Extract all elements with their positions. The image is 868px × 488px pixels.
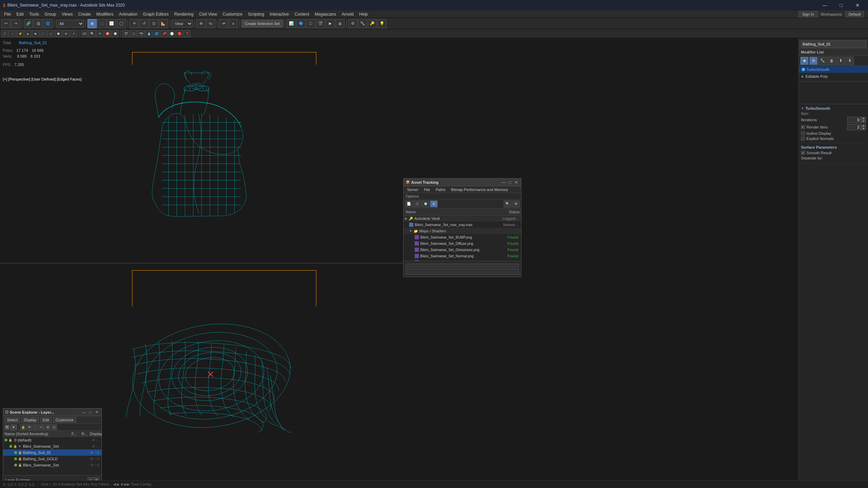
snap-2d[interactable]: 2D — [81, 30, 88, 37]
menu-group[interactable]: Group — [42, 11, 59, 17]
tb2-btn5[interactable]: ■ — [32, 30, 39, 37]
at-maximize-btn[interactable]: □ — [507, 180, 513, 185]
se-icon-sort-asc[interactable]: ↑ — [33, 424, 38, 430]
render-frame-button[interactable]: 🖥 — [335, 19, 344, 28]
at-menu-bitmap-perf[interactable]: Bitmap Performance and Memory — [449, 187, 510, 192]
material-editor-button[interactable]: ⬡ — [306, 19, 315, 28]
object-name-input[interactable] — [801, 41, 866, 48]
at-menu-paths[interactable]: Paths — [433, 187, 447, 192]
undo-button[interactable]: ↩ — [1, 19, 10, 28]
scale-button[interactable]: ⊡ — [149, 19, 158, 28]
settings-btn1[interactable]: ⚙ — [348, 19, 357, 28]
tb2-btn16[interactable]: 🎥 — [130, 30, 137, 37]
at-menu-server[interactable]: Server — [405, 187, 420, 192]
menu-rendering[interactable]: Rendering — [171, 11, 196, 17]
bind-space-warp-button[interactable]: 🌀 — [43, 19, 52, 28]
select-all-button[interactable]: ⊕ — [196, 19, 205, 28]
iter-up[interactable]: ▲ — [861, 117, 866, 120]
close-button[interactable]: ✕ — [850, 0, 865, 10]
rotate-button[interactable]: ↺ — [139, 19, 148, 28]
render-iter-down[interactable]: ▼ — [861, 127, 866, 130]
modifier-btn3[interactable]: 🔧 — [818, 57, 827, 65]
settings-btn3[interactable]: 🔑 — [368, 19, 377, 28]
iter-down[interactable]: ▼ — [861, 120, 866, 123]
modifier-editable-poly[interactable]: ▶ Editable Poly — [799, 73, 868, 80]
select-region3-button[interactable]: ◯ — [117, 19, 126, 28]
percent-button[interactable]: % — [206, 19, 215, 28]
placement-button[interactable]: 📐 — [159, 19, 168, 28]
se-minimize-btn[interactable]: — — [81, 410, 87, 415]
se-icon-eye[interactable]: 👁 — [26, 424, 32, 430]
group-row-1[interactable]: 🔒 ▼ Bikni_Swimwear_Set ⚙ ○ — [3, 443, 102, 449]
menu-content[interactable]: Content — [292, 11, 312, 17]
menu-modifiers[interactable]: Modifiers — [94, 11, 116, 17]
modifier-btn1[interactable]: ◆ — [800, 57, 809, 65]
tb2-btn12[interactable]: ⟲ — [96, 30, 103, 37]
tb2-btn17[interactable]: 📷 — [138, 30, 145, 37]
at-path-input[interactable] — [406, 268, 519, 275]
at-file-glossiness[interactable]: Bikini_Swimwear_Set_Glossiness.png Found — [404, 247, 521, 253]
move-button[interactable]: ✛ — [130, 19, 139, 28]
render-iters-checkbox[interactable] — [801, 125, 805, 129]
tb2-btn8[interactable]: ⬢ — [55, 30, 62, 37]
tb2-btn14[interactable]: 🔲 — [112, 30, 119, 37]
tb2-btn2[interactable]: ○ — [9, 30, 16, 37]
menu-edit[interactable]: Edit — [14, 11, 26, 17]
settings-btn4[interactable]: 💡 — [378, 19, 387, 28]
settings-btn2[interactable]: 🔧 — [358, 19, 367, 28]
menu-civil-view[interactable]: Civil View — [196, 11, 220, 17]
select-region-button[interactable]: ⬚ — [97, 19, 106, 28]
at-menu-file[interactable]: File — [422, 187, 432, 192]
at-group-vault[interactable]: ▶ 🔑 Autodesk Vault Logged... — [404, 215, 521, 222]
tb2-btn13[interactable]: 🎯 — [104, 30, 111, 37]
menu-arnold[interactable]: Arnold — [339, 11, 357, 17]
modifier-btn5[interactable]: ⬇ — [845, 57, 854, 65]
align-button[interactable]: ≡ — [229, 19, 238, 28]
at-tb-btn2[interactable]: ⬡ — [413, 200, 421, 207]
select-region2-button[interactable]: ⬜ — [107, 19, 116, 28]
menu-file[interactable]: File — [1, 11, 14, 17]
se-icon-filter2[interactable]: ⊡ — [51, 424, 57, 430]
view-mode-dropdown[interactable]: View Screen World Local — [172, 20, 193, 27]
modifier-btn2[interactable]: ⊞ — [809, 57, 818, 65]
tb2-btn15[interactable]: 🎬 — [122, 30, 129, 37]
create-selection-set-button[interactable]: Create Selection Set — [242, 20, 283, 27]
tb2-btn19[interactable]: 🌐 — [153, 30, 160, 37]
modifier-btn4[interactable]: ⬆ — [836, 57, 845, 65]
tb2-btn1[interactable]: ⬡ — [1, 30, 8, 37]
se-filter-dropdown[interactable]: ▼ — [10, 424, 17, 430]
se-edit-btn[interactable]: Edit — [40, 417, 52, 423]
render-button[interactable]: ▶ — [326, 19, 335, 28]
menu-views[interactable]: Views — [59, 11, 75, 17]
mirror-button[interactable]: ⇌ — [219, 19, 228, 28]
select-link-button[interactable]: 🔗 — [24, 19, 33, 28]
at-tb-btn1[interactable]: 📄 — [405, 200, 413, 207]
menu-animation[interactable]: Animation — [116, 11, 140, 17]
se-close-btn[interactable]: ✕ — [94, 410, 99, 415]
minimize-button[interactable]: — — [817, 0, 833, 10]
item-row-3[interactable]: 🔒 Bathing_Suit_GOLD ⚙ ○ ⊡ — [3, 456, 102, 462]
selection-filter-dropdown[interactable]: All Geometry Shapes Lights Cameras — [56, 20, 84, 27]
tb2-btn22[interactable]: 🔴 — [176, 30, 183, 37]
menu-graph-editors[interactable]: Graph Editors — [140, 11, 171, 17]
menu-scripting[interactable]: Scripting — [245, 11, 267, 17]
isoline-checkbox[interactable] — [801, 131, 805, 135]
unlink-button[interactable]: ⛓ — [34, 19, 43, 28]
workspaces-value[interactable]: Default — [845, 11, 864, 17]
render-iter-up[interactable]: ▲ — [861, 124, 866, 127]
at-close-btn[interactable]: ✕ — [513, 180, 519, 185]
tb2-btn10[interactable]: ↗ — [70, 30, 77, 37]
tb2-btn21[interactable]: ⚪ — [168, 30, 175, 37]
render-iters-input[interactable] — [847, 124, 861, 130]
render-setup-button[interactable]: 🎬 — [316, 19, 325, 28]
se-icon-lock[interactable]: 🔒 — [20, 424, 26, 430]
ts-collapse-arrow[interactable]: ▼ — [801, 107, 804, 110]
menu-tools[interactable]: Tools — [26, 11, 42, 17]
at-group-maps[interactable]: ▼ 📁 Maps / Shaders — [404, 228, 521, 234]
se-customize-btn[interactable]: Customize — [53, 417, 76, 423]
se-select-btn[interactable]: Select — [5, 417, 20, 423]
se-restore-btn[interactable]: □ — [88, 410, 93, 415]
schematic-view-button[interactable]: 🔷 — [297, 19, 306, 28]
tb2-btn6[interactable]: □ — [40, 30, 47, 37]
curve-editor-button[interactable]: 📊 — [287, 19, 296, 28]
